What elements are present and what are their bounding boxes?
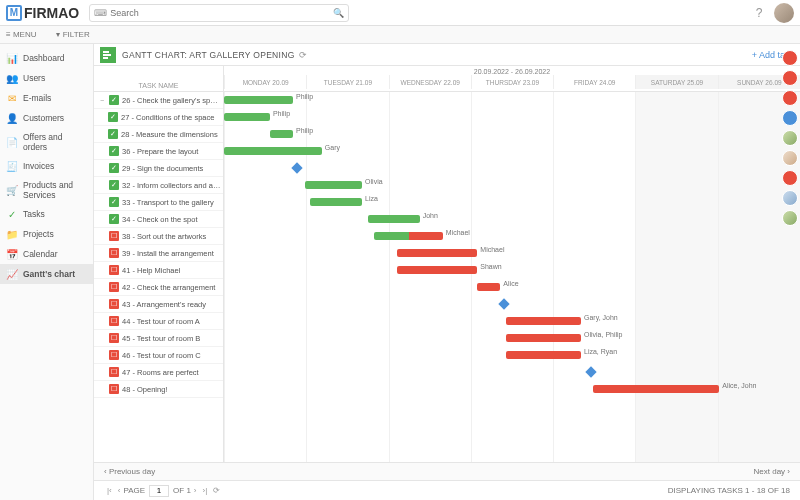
task-label: 26 - Check the gallery's space xyxy=(122,96,221,105)
search-input[interactable] xyxy=(110,8,333,18)
task-row[interactable]: ☐42 - Check the arrangement xyxy=(94,279,223,296)
user-chip[interactable] xyxy=(782,90,798,106)
menu-toggle[interactable]: ≡ MENU xyxy=(6,30,46,39)
task-label: 29 - Sign the documents xyxy=(122,164,221,173)
gantt-row: Olivia, Philip xyxy=(224,330,800,347)
task-row[interactable]: ✓33 - Transport to the gallery xyxy=(94,194,223,211)
milestone-icon[interactable] xyxy=(291,162,302,173)
task-row[interactable]: ✓28 - Measure the dimensions xyxy=(94,126,223,143)
status-icon: ☐ xyxy=(109,350,119,360)
sidebar-item-label: Users xyxy=(23,73,45,83)
e-mails-icon: ✉ xyxy=(6,92,18,104)
task-row[interactable]: ☐45 - Test tour of room B xyxy=(94,330,223,347)
task-row[interactable]: ✓29 - Sign the documents xyxy=(94,160,223,177)
sidebar-item-customers[interactable]: 👤Customers xyxy=(0,108,93,128)
tasks-icon: ✓ xyxy=(6,208,18,220)
brand-logo[interactable]: M FIRMAO xyxy=(6,5,79,21)
gantt-bar[interactable] xyxy=(368,215,420,223)
filter-toggle[interactable]: ▾ FILTER xyxy=(56,30,99,39)
gantt-bar[interactable] xyxy=(397,249,478,257)
page-input[interactable] xyxy=(149,485,169,497)
user-chip[interactable] xyxy=(782,150,798,166)
next-page-button[interactable]: › xyxy=(194,486,197,495)
sidebar-item-offers-and-orders[interactable]: 📄Offers and orders xyxy=(0,128,93,156)
assignee-label: Philip xyxy=(296,127,313,134)
status-icon: ☐ xyxy=(109,333,119,343)
user-chip[interactable] xyxy=(782,70,798,86)
user-chip[interactable] xyxy=(782,210,798,226)
gantt-bar[interactable] xyxy=(305,181,363,189)
task-label: 36 - Prepare the layout xyxy=(122,147,221,156)
first-page-button[interactable]: |‹ xyxy=(107,486,112,495)
prev-day-button[interactable]: ‹ Previous day xyxy=(104,467,155,476)
help-icon[interactable]: ? xyxy=(750,4,768,22)
milestone-icon[interactable] xyxy=(499,298,510,309)
timeline-header: 20.09.2022 - 26.09.2022 MONDAY 20.09TUES… xyxy=(224,66,800,91)
gantt-bar[interactable] xyxy=(397,266,478,274)
timeline[interactable]: PhilipPhilipPhilipGaryOliviaLizaJohnMich… xyxy=(224,92,800,462)
brand-text: FIRMAO xyxy=(24,5,79,21)
task-row[interactable]: ☐47 - Rooms are perfect xyxy=(94,364,223,381)
sidebar-item-e-mails[interactable]: ✉E-mails xyxy=(0,88,93,108)
gantt-bar[interactable] xyxy=(506,317,581,325)
task-row[interactable]: ☐44 - Test tour of room A xyxy=(94,313,223,330)
user-chip[interactable] xyxy=(782,50,798,66)
task-row[interactable]: ☐46 - Test tour of room C xyxy=(94,347,223,364)
gantt-row: Liza xyxy=(224,194,800,211)
task-row[interactable]: ✓32 - Inform collectors and artists xyxy=(94,177,223,194)
gantt-bar[interactable] xyxy=(506,351,581,359)
next-day-button[interactable]: Next day › xyxy=(754,467,790,476)
sidebar-item-invoices[interactable]: 🧾Invoices xyxy=(0,156,93,176)
user-chip[interactable] xyxy=(782,170,798,186)
sidebar-item-products-and-services[interactable]: 🛒Products and Services xyxy=(0,176,93,204)
collapse-icon[interactable]: − xyxy=(98,97,106,104)
assignee-label: Olivia xyxy=(365,178,383,185)
search-box[interactable]: ⌨ 🔍 xyxy=(89,4,349,22)
refresh-icon[interactable]: ⟳ xyxy=(299,50,309,60)
task-name-header: TASK NAME xyxy=(94,66,224,91)
main-area: GANTT CHART: ART GALLERY OPENING ⟳ + Add… xyxy=(94,44,800,500)
task-row[interactable]: ☐43 - Arrangement's ready xyxy=(94,296,223,313)
date-range: 20.09.2022 - 26.09.2022 xyxy=(224,66,800,75)
search-icon[interactable]: 🔍 xyxy=(333,8,344,18)
status-icon: ✓ xyxy=(108,112,118,122)
gantt-bar[interactable] xyxy=(270,130,293,138)
task-row[interactable]: ✓27 - Conditions of the space xyxy=(94,109,223,126)
status-icon: ☐ xyxy=(109,384,119,394)
gantt-bar[interactable] xyxy=(506,334,581,342)
sidebar-item-dashboard[interactable]: 📊Dashboard xyxy=(0,48,93,68)
task-row[interactable]: ☐48 - Opening! xyxy=(94,381,223,398)
task-row[interactable]: −✓26 - Check the gallery's space xyxy=(94,92,223,109)
gantt-row: Philip xyxy=(224,109,800,126)
task-row[interactable]: ✓34 - Check on the spot xyxy=(94,211,223,228)
sidebar-item-users[interactable]: 👥Users xyxy=(0,68,93,88)
gantt-bar[interactable] xyxy=(593,385,720,393)
gantt-bar[interactable] xyxy=(374,232,443,240)
reload-icon[interactable]: ⟳ xyxy=(213,486,220,495)
user-chip[interactable] xyxy=(782,130,798,146)
user-chip[interactable] xyxy=(782,190,798,206)
gantt-bar[interactable] xyxy=(477,283,500,291)
last-page-button[interactable]: ›| xyxy=(203,486,208,495)
user-chip[interactable] xyxy=(782,110,798,126)
sidebar-item-tasks[interactable]: ✓Tasks xyxy=(0,204,93,224)
status-icon: ☐ xyxy=(109,282,119,292)
brand-icon: M xyxy=(6,5,22,21)
sidebar-item-gantt-s-chart[interactable]: 📈Gantt's chart xyxy=(0,264,93,284)
gantt-bar[interactable] xyxy=(224,147,322,155)
day-header: WEDNESDAY 22.09 xyxy=(389,75,471,89)
gantt-bar[interactable] xyxy=(224,113,270,121)
gantt-bar[interactable] xyxy=(310,198,362,206)
task-row[interactable]: ☐38 - Sort out the artworks xyxy=(94,228,223,245)
gantt-bar[interactable] xyxy=(224,96,293,104)
status-icon: ✓ xyxy=(109,180,119,190)
prev-page-button[interactable]: ‹ xyxy=(118,486,121,495)
sidebar-item-projects[interactable]: 📁Projects xyxy=(0,224,93,244)
task-row[interactable]: ✓36 - Prepare the layout xyxy=(94,143,223,160)
task-row[interactable]: ☐41 - Help Michael xyxy=(94,262,223,279)
sidebar-item-label: E-mails xyxy=(23,93,51,103)
sidebar-item-calendar[interactable]: 📅Calendar xyxy=(0,244,93,264)
task-row[interactable]: ☐39 - Install the arrangement xyxy=(94,245,223,262)
user-avatar[interactable] xyxy=(774,3,794,23)
milestone-icon[interactable] xyxy=(585,366,596,377)
